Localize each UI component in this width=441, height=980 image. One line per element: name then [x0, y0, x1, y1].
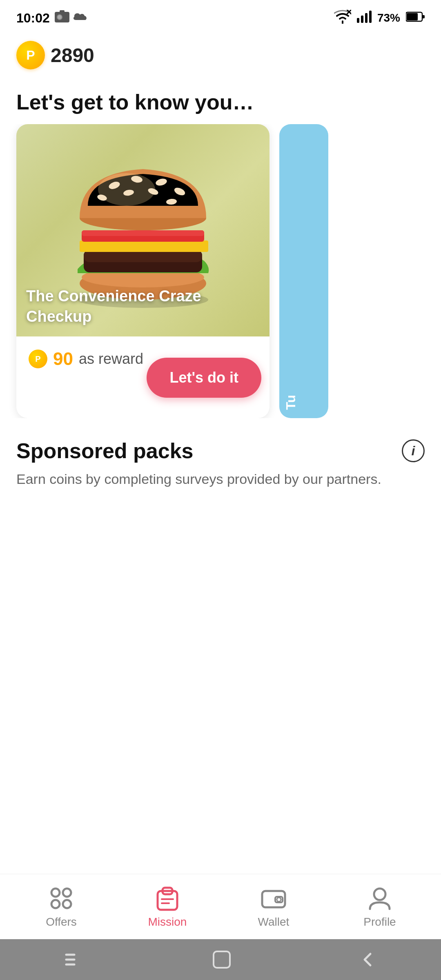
- svg-rect-3: [60, 10, 65, 13]
- wallet-card-icon: [261, 885, 287, 911]
- svg-rect-11: [422, 15, 425, 18]
- section-title: Let's get to know you…: [0, 78, 441, 124]
- svg-point-31: [51, 889, 60, 897]
- sponsored-section: Sponsored packs i Earn coins by completi…: [0, 418, 441, 497]
- signal-icon: [357, 11, 372, 26]
- cloud-icon: [73, 10, 90, 26]
- card-bottom: 90 as reward Let's do it: [16, 336, 270, 410]
- android-home-button[interactable]: [213, 951, 231, 969]
- photo-icon: [55, 10, 69, 26]
- nav-item-offers[interactable]: Offers: [8, 885, 114, 929]
- svg-rect-12: [407, 13, 418, 20]
- nav-item-wallet[interactable]: Wallet: [220, 885, 327, 929]
- svg-rect-18: [80, 241, 208, 252]
- status-right: 73%: [334, 10, 425, 27]
- coins-count: 2890: [51, 44, 94, 67]
- reward-amount: 90: [53, 349, 73, 369]
- status-icons: [55, 10, 90, 26]
- nav-item-profile[interactable]: Profile: [327, 885, 433, 929]
- time-display: 10:02: [16, 11, 50, 26]
- status-left: 10:02: [16, 10, 90, 26]
- lets-do-it-button[interactable]: Let's do it: [147, 358, 261, 398]
- reward-coin-icon: [29, 350, 47, 368]
- card-title-overlay: The Convenience Craze Checkup: [26, 286, 260, 327]
- profile-person-icon: [367, 885, 393, 911]
- offers-label: Offers: [46, 915, 77, 929]
- coins-header: 2890: [0, 33, 441, 78]
- svg-point-42: [374, 889, 385, 900]
- nav-item-mission[interactable]: Mission: [114, 885, 220, 929]
- status-bar: 10:02: [0, 0, 441, 33]
- svg-point-41: [277, 898, 281, 902]
- peek-label: Tu: [283, 391, 298, 410]
- svg-rect-46: [214, 951, 230, 968]
- android-back-button[interactable]: [359, 951, 377, 969]
- svg-point-33: [51, 900, 60, 908]
- svg-rect-9: [369, 11, 372, 23]
- survey-cards-container: The Convenience Craze Checkup 90 as rewa…: [0, 124, 441, 418]
- svg-point-32: [63, 889, 71, 897]
- svg-rect-7: [361, 16, 363, 23]
- svg-point-34: [63, 900, 71, 908]
- wallet-label: Wallet: [258, 915, 290, 929]
- mission-clipboard-icon: [154, 885, 180, 911]
- svg-rect-20: [82, 230, 204, 236]
- profile-label: Profile: [363, 915, 396, 929]
- offers-grid-icon: [48, 885, 74, 911]
- battery-percentage: 73%: [377, 11, 400, 24]
- survey-card-peek[interactable]: Tu: [279, 124, 328, 418]
- wifi-icon: [334, 10, 351, 27]
- sponsored-subtitle: Earn coins by completing surveys provide…: [16, 470, 425, 489]
- android-navbar: [0, 939, 441, 980]
- svg-rect-8: [365, 13, 368, 23]
- info-circle-icon[interactable]: i: [402, 439, 425, 462]
- svg-point-22: [98, 173, 155, 206]
- svg-rect-6: [357, 18, 359, 23]
- survey-card-main[interactable]: The Convenience Craze Checkup 90 as rewa…: [16, 124, 270, 418]
- mission-label: Mission: [148, 915, 187, 929]
- battery-icon: [406, 11, 425, 25]
- svg-point-2: [58, 15, 62, 19]
- reward-label: as reward: [79, 350, 143, 368]
- sponsored-header: Sponsored packs i: [16, 439, 425, 463]
- bottom-navigation: Offers Mission Wallet: [0, 874, 441, 939]
- card-title: The Convenience Craze Checkup: [26, 286, 260, 327]
- coin-points-icon: [16, 41, 45, 69]
- android-menu-button[interactable]: [64, 951, 85, 968]
- card-image: The Convenience Craze Checkup: [16, 124, 270, 336]
- svg-rect-39: [262, 891, 285, 907]
- sponsored-title: Sponsored packs: [16, 439, 193, 463]
